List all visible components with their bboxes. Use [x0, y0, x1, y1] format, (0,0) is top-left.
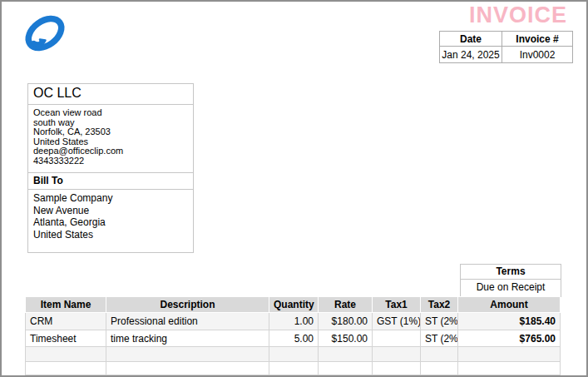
cell-item-name: Timesheet — [26, 330, 106, 347]
cell-description: time tracking — [106, 330, 269, 347]
company-name: OC LLC — [28, 84, 193, 105]
cell-tax1 — [373, 362, 421, 375]
cell-amount — [458, 347, 561, 362]
date-invoice-table: Date Invoice # Jan 24, 2025 Inv0002 — [439, 31, 573, 63]
cell-quantity — [269, 347, 319, 362]
officeclip-logo-icon — [23, 8, 67, 58]
cell-rate: $180.00 — [319, 313, 373, 330]
cell-tax2: ST (2%) — [421, 330, 458, 347]
col-header-tax2: Tax2 — [421, 297, 458, 313]
bill-to-address: Sample Company New Avenue Atlanta, Georg… — [28, 190, 193, 252]
line-items-table: Item Name Description Quantity Rate Tax1… — [25, 296, 561, 377]
bill-to-box: Bill To Sample Company New Avenue Atlant… — [27, 172, 194, 253]
company-email: deepa@officeclip.com — [33, 146, 188, 156]
company-address-line: Ocean view road — [33, 108, 188, 118]
company-address: Ocean view road south way Norfolk, CA, 2… — [28, 105, 193, 174]
table-row-empty — [26, 362, 561, 375]
cell-rate: $150.00 — [319, 330, 373, 347]
cell-tax1 — [373, 347, 421, 362]
cell-item-name — [26, 362, 106, 375]
invoice-number-value: Inv0002 — [502, 47, 573, 63]
cell-amount — [458, 362, 561, 375]
date-value: Jan 24, 2025 — [440, 47, 502, 63]
cell-description — [106, 347, 269, 362]
cell-item-name: CRM — [26, 313, 106, 330]
bill-to-line: Sample Company — [33, 192, 188, 205]
cell-tax2 — [421, 347, 458, 362]
meta-value-row: Jan 24, 2025 Inv0002 — [440, 47, 573, 63]
company-address-line: Norfolk, CA, 23503 — [33, 127, 188, 137]
col-header-amount: Amount — [458, 297, 561, 313]
col-header-quantity: Quantity — [269, 297, 319, 313]
bill-to-line: United States — [33, 229, 188, 241]
cell-amount: $765.00 — [458, 330, 561, 347]
company-info-box: OC LLC Ocean view road south way Norfolk… — [27, 83, 194, 175]
col-header-description: Description — [106, 297, 269, 313]
cell-item-name — [26, 347, 106, 362]
col-header-item-name: Item Name — [26, 297, 106, 313]
cell-quantity — [269, 362, 319, 375]
invoice-number-header-cell: Invoice # — [502, 32, 573, 47]
col-header-rate: Rate — [319, 297, 373, 313]
cell-quantity: 1.00 — [269, 313, 319, 330]
table-row: CRM Professional edition 1.00 $180.00 GS… — [26, 313, 561, 330]
cell-rate — [319, 362, 373, 375]
cell-description — [106, 362, 269, 375]
col-header-tax1: Tax1 — [373, 297, 421, 313]
company-phone: 4343333222 — [33, 156, 188, 166]
invoice-title: INVOICE — [469, 2, 567, 28]
terms-box: Terms Due on Receipt — [460, 264, 561, 297]
bill-to-label: Bill To — [28, 173, 193, 190]
cell-tax2 — [421, 362, 458, 375]
bill-to-line: Atlanta, Georgia — [33, 216, 188, 229]
terms-label: Terms — [461, 265, 561, 280]
terms-value: Due on Receipt — [461, 280, 561, 296]
bill-to-line: New Avenue — [33, 205, 188, 217]
cell-rate — [319, 347, 373, 362]
invoice-document: INVOICE Date Invoice # Jan 24, 2025 Inv0… — [0, 0, 588, 377]
cell-amount: $185.40 — [458, 313, 561, 330]
table-row-empty — [26, 347, 561, 362]
items-header-row: Item Name Description Quantity Rate Tax1… — [26, 297, 561, 313]
meta-header-row: Date Invoice # — [440, 32, 573, 47]
cell-description: Professional edition — [106, 313, 269, 330]
cell-tax1: GST (1%) — [373, 313, 421, 330]
table-row: Timesheet time tracking 5.00 $150.00 ST … — [26, 330, 561, 347]
date-header-cell: Date — [440, 32, 502, 47]
cell-tax1 — [373, 330, 421, 347]
cell-quantity: 5.00 — [269, 330, 319, 347]
cell-tax2: ST (2%) — [421, 313, 458, 330]
